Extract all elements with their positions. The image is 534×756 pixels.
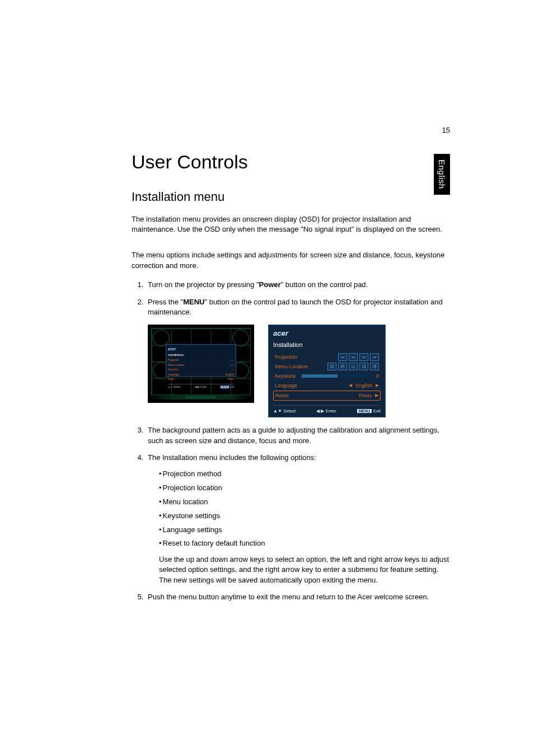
mini-keystone-label: Keystone (168, 368, 179, 372)
lang-left-arrow-icon: ◀ (349, 382, 352, 389)
step-2-pre: Press the " (148, 298, 183, 306)
osd-select-hint: ▲▼ Select (273, 408, 296, 415)
projection-icon-2: ▭ (349, 353, 358, 361)
step-4-bullets: Projection method Projection location Me… (148, 469, 450, 549)
step-1-post: " button on the control pad. (281, 280, 368, 289)
proj-bottom-bar (151, 395, 251, 400)
osd-projection-label: Projection (275, 354, 297, 361)
step-4: The Installation menu includes the follo… (146, 453, 450, 585)
menuloc-icon-2: ◰ (338, 363, 347, 370)
mini-proj-label: Projection (168, 359, 179, 363)
osd-title: Installation (273, 341, 381, 350)
bullet-reset-factory: Reset to factory default function (159, 538, 450, 549)
step-4-intro: The Installation menu includes the follo… (148, 453, 316, 462)
images-row: acer Installation Projection▫▫▫▫ Menu Lo… (148, 325, 450, 417)
mini-osd-logo: acer (168, 346, 234, 352)
keystone-slider (302, 374, 374, 378)
step-2: Press the "MENU" button on the control p… (146, 297, 450, 417)
osd-exit-label: Exit (373, 408, 381, 414)
mini-select-hint: ▲▼ Select (168, 386, 181, 389)
projection-icon-4: ▭ (370, 353, 379, 361)
osd-enter-hint: ◀ ▶ Enter (316, 408, 336, 415)
osd-reset-label: Reset (275, 392, 289, 400)
mini-lang-label: Language (168, 373, 179, 377)
mini-menuloc-label: Menu Location (168, 364, 185, 368)
osd-menuloc-label: Menu Location (275, 363, 308, 370)
bullet-keystone-settings: Keystone settings (159, 511, 450, 522)
bullet-language-settings: Language settings (159, 525, 450, 536)
osd-footer: ▲▼ Select ◀ ▶ Enter MENU Exit (273, 405, 381, 415)
osd-row-projection: Projection ▭ ▭ ▭ ▭ (273, 353, 381, 361)
osd-language-value: English (355, 382, 372, 389)
heading-installation-menu: Installation menu (132, 190, 450, 204)
lang-right-arrow-icon: ▶ (376, 382, 379, 389)
osd-row-language: Language ◀ English ▶ (273, 381, 381, 390)
figure-osd-menu: acer Installation Projection ▭ ▭ ▭ ▭ Men… (268, 325, 386, 417)
mini-enter-hint: ◀ ▶ Enter (195, 386, 207, 389)
bullet-menu-location: Menu location (159, 497, 450, 508)
projection-icon-3: ▭ (359, 353, 368, 361)
intro-paragraph-1: The installation menu provides an onscre… (132, 214, 450, 234)
mini-reset-label: Reset (168, 378, 175, 382)
osd-language-label: Language (275, 382, 297, 389)
osd-menu-button-icon: MENU (357, 409, 372, 413)
bullet-projection-method: Projection method (159, 469, 450, 480)
mini-osd: acer Installation Projection▫▫▫▫ Menu Lo… (166, 344, 236, 377)
osd-logo: acer (273, 328, 381, 339)
heading-user-controls: User Controls (132, 151, 450, 173)
osd-keystone-label: Keystone (275, 373, 296, 380)
bullet-projection-location: Projection location (159, 483, 450, 494)
step-3: The background pattern acts as a guide t… (146, 425, 450, 447)
osd-row-keystone: Keystone 0 (273, 372, 381, 381)
osd-keystone-value: 0 (376, 373, 379, 380)
osd-row-menu-location: Menu Location ◱ ◰ ◻ ◲ ◳ (273, 362, 381, 371)
page-number: 15 (132, 126, 450, 134)
mini-osd-title: Installation (168, 353, 234, 358)
language-tab: English (434, 154, 450, 195)
step-1-bold: Power (259, 280, 281, 289)
step-1-pre: Turn on the projector by pressing " (148, 280, 259, 289)
reset-right-arrow-icon: ▶ (375, 392, 378, 399)
figure-calibration-pattern: acer Installation Projection▫▫▫▫ Menu Lo… (148, 325, 254, 403)
osd-row-reset: Reset Press ▶ (273, 391, 381, 401)
projection-icon-1: ▭ (338, 353, 347, 361)
step-1: Turn on the projector by pressing "Power… (146, 280, 450, 290)
menuloc-icon-5: ◳ (370, 363, 379, 370)
step-4-subpara: Use the up and down arrow keys to select… (159, 555, 450, 585)
osd-reset-value: Press (359, 392, 372, 400)
menuloc-icon-1: ◱ (327, 363, 336, 370)
intro-paragraph-2: The menu options include settings and ad… (132, 250, 450, 270)
menuloc-icon-4: ◲ (359, 363, 368, 370)
menuloc-icon-3: ◻ (349, 363, 358, 370)
step-2-bold: MENU (183, 298, 204, 306)
step-5: Push the menu button anytime to exit the… (146, 592, 450, 603)
